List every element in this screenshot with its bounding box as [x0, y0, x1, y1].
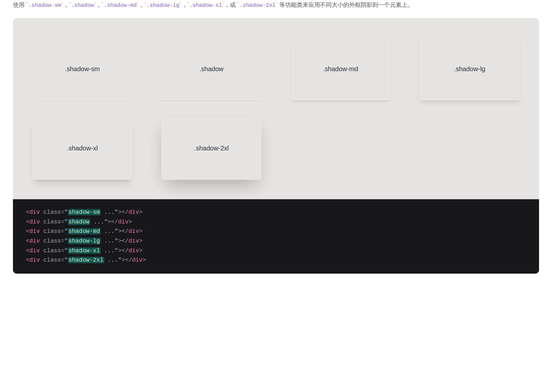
intro-code-4: .shadow-xl [189, 2, 222, 8]
intro-code-1: .shadow [71, 2, 94, 8]
card-label: .shadow [199, 63, 224, 74]
intro-code-0: .shadow-sm [28, 2, 61, 8]
card-label: .shadow-md [323, 63, 358, 74]
code-highlight: shadow-md [68, 228, 101, 234]
intro-prefix: 使用 [13, 2, 26, 8]
card-shadow-lg: .shadow-lg [420, 38, 520, 101]
code-line: <div class="shadow-lg ..."></div> [26, 236, 526, 246]
code-line: <div class="shadow-md ..."></div> [26, 227, 526, 236]
code-highlight: shadow-xl [68, 247, 101, 254]
code-highlight: shadow-lg [68, 238, 101, 244]
code-line: <div class="shadow ..."></div> [26, 217, 526, 227]
card-label: .shadow-2xl [194, 143, 229, 154]
code-line: <div class="shadow-2xl ..."></div> [26, 256, 526, 265]
intro-suffix: 等功能类来应用不同大小的外框阴影到一个元素上。 [278, 2, 413, 8]
card-label: .shadow-xl [67, 143, 98, 154]
code-line: <div class="shadow-xl ..."></div> [26, 246, 526, 256]
intro-code-5: .shadow-2xl [239, 2, 276, 8]
card-shadow: .shadow [161, 38, 261, 101]
card-shadow-md: .shadow-md [291, 38, 391, 101]
code-highlight: shadow-sm [68, 209, 101, 215]
card-label: .shadow-lg [454, 63, 485, 74]
example-panel: .shadow-sm .shadow .shadow-md .shadow-lg… [13, 18, 539, 199]
intro-code-3: .shadow-lg [147, 2, 180, 8]
card-shadow-2xl: .shadow-2xl [161, 117, 261, 180]
shadow-grid: .shadow-sm .shadow .shadow-md .shadow-lg… [32, 38, 520, 180]
code-line: <div class="shadow-sm ..."></div> [26, 208, 526, 217]
code-panel: <div class="shadow-sm ..."></div><div cl… [13, 199, 539, 274]
intro-paragraph: 使用 `.shadow-sm`，`.shadow`，`.shadow-md`，`… [13, 0, 539, 10]
card-label: .shadow-sm [65, 63, 100, 74]
code-highlight: shadow [68, 219, 90, 225]
card-shadow-xl: .shadow-xl [32, 117, 132, 180]
code-highlight: shadow-2xl [68, 257, 104, 263]
card-shadow-sm: .shadow-sm [32, 38, 132, 101]
intro-code-2: .shadow-md [104, 2, 137, 8]
